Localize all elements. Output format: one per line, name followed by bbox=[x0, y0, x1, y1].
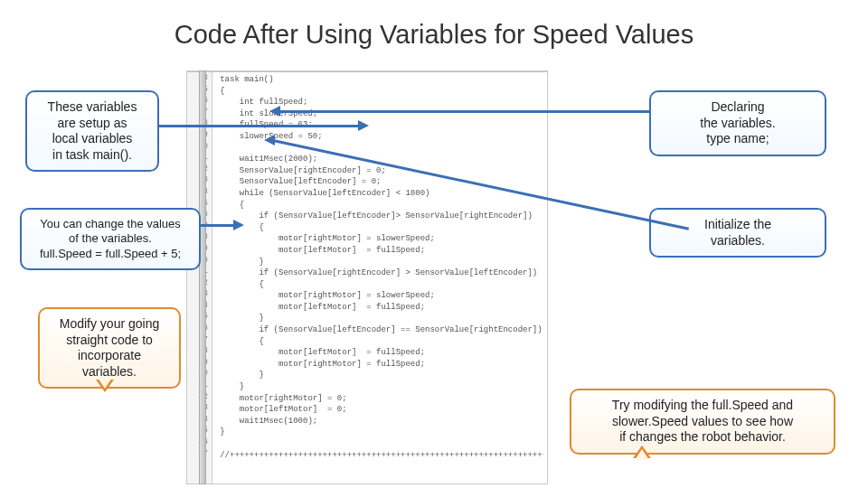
callout-try-modify: Try modifying the full.Speed and slower.… bbox=[570, 389, 835, 455]
callout-text: Declaring the variables. type name; bbox=[700, 99, 775, 145]
code-lines: task main() { int fullSpeed; int slowerS… bbox=[205, 72, 543, 480]
arrow-head bbox=[358, 120, 369, 131]
callout-text: Initialize the variables. bbox=[704, 217, 771, 248]
arrow-line bbox=[201, 224, 235, 227]
callout-tail bbox=[96, 380, 114, 392]
callout-change-values: You can change the values of the variabl… bbox=[20, 208, 201, 270]
arrow-head bbox=[269, 106, 280, 117]
arrow-head bbox=[264, 135, 275, 145]
code-scrollbar[interactable] bbox=[199, 70, 206, 484]
callout-local-vars: These variables are setup as local varia… bbox=[25, 90, 159, 172]
callout-initialize: Initialize the variables. bbox=[649, 208, 826, 258]
arrow-line bbox=[159, 125, 358, 127]
page-title: Code After Using Variables for Speed Val… bbox=[0, 20, 868, 50]
callout-text: You can change the values of the variabl… bbox=[40, 217, 181, 260]
callout-text: Try modifying the full.Speed and slower.… bbox=[612, 398, 793, 444]
callout-text: Modify your going straight code to incor… bbox=[60, 316, 160, 379]
callout-tail bbox=[633, 446, 651, 458]
callout-declaring: Declaring the variables. type name; bbox=[649, 90, 826, 156]
arrow-head bbox=[233, 220, 244, 230]
arrow-line bbox=[280, 110, 649, 113]
callout-text: These variables are setup as local varia… bbox=[48, 99, 137, 162]
code-panel: 14 15 16 17 18 19 20 21 22 23 24 25 26 2… bbox=[186, 70, 548, 484]
callout-modify-code: Modify your going straight code to incor… bbox=[38, 307, 181, 389]
